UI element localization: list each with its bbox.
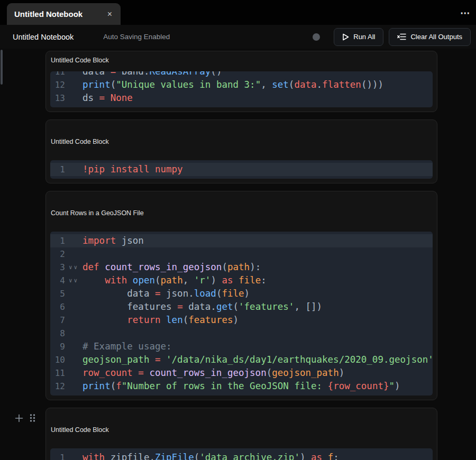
code-cell: Count Rows in a GeoJSON File1import json…: [45, 191, 437, 400]
fold-chevron-icon[interactable]: ∨∨: [65, 261, 83, 274]
code-line[interactable]: 1with zipfile.ZipFile('data_archive.zip'…: [50, 451, 433, 460]
code-line[interactable]: 5 data = json.load(file): [50, 287, 433, 300]
fold-gutter: [65, 91, 83, 105]
notebook-tab[interactable]: Untitled Notebook ×: [7, 3, 121, 25]
kernel-status-dot: [313, 33, 320, 41]
fold-gutter: [65, 353, 83, 366]
code-editor[interactable]: 1with zipfile.ZipFile('data_archive.zip'…: [50, 448, 433, 460]
code-text: with open(path, 'r') as file:: [83, 274, 267, 287]
fold-gutter: [65, 234, 83, 247]
cell-title[interactable]: Untitled Code Block: [51, 426, 433, 434]
overflow-menu-icon[interactable]: ⋯: [460, 6, 471, 19]
code-text: row_count = count_rows_in_geojson(geojso…: [83, 366, 344, 380]
line-number: 12: [50, 380, 65, 393]
drag-handle-icon[interactable]: [29, 413, 36, 422]
line-number: 6: [50, 300, 65, 314]
fold-gutter: [65, 71, 83, 78]
line-number: 3: [50, 261, 65, 274]
line-number: 5: [50, 287, 65, 300]
code-text: data = band.ReadAsArray(): [83, 71, 222, 78]
code-line[interactable]: 11row_count = count_rows_in_geojson(geoj…: [50, 366, 433, 380]
code-text: !pip install numpy: [83, 163, 183, 176]
fold-gutter: [65, 163, 83, 176]
fold-gutter: [65, 366, 83, 380]
cell-list: Untitled Code Block11data = band.ReadAsA…: [45, 51, 437, 460]
code-line[interactable]: 12print(f"Number of rows in the GeoJSON …: [50, 380, 433, 393]
code-line[interactable]: 1!pip install numpy: [50, 163, 433, 176]
close-icon[interactable]: ×: [105, 9, 114, 20]
toolbar: Untitled Notebook Auto Saving Enabled Ru…: [0, 25, 476, 49]
code-text: print("Unique values in band 3:", set(da…: [83, 78, 383, 91]
code-text: import json: [83, 234, 144, 247]
code-cell: Untitled Code Block11data = band.ReadAsA…: [45, 51, 437, 112]
code-editor[interactable]: 11data = band.ReadAsArray()12print("Uniq…: [50, 71, 433, 107]
code-cell: Untitled Code Block1!pip install numpy: [45, 119, 437, 183]
scrollbar-thumb[interactable]: [1, 50, 3, 85]
notebook-window: Untitled Notebook × ⋯ Untitled Notebook …: [0, 0, 476, 460]
fold-gutter: [65, 340, 83, 353]
run-all-label: Run All: [353, 33, 375, 41]
fold-gutter: [65, 78, 83, 91]
code-text: print(f"Number of rows in the GeoJSON fi…: [83, 380, 400, 393]
line-number: 13: [50, 91, 65, 105]
code-text: ds = None: [83, 91, 133, 105]
fold-gutter: [65, 287, 83, 300]
cell-title[interactable]: Untitled Code Block: [51, 57, 433, 64]
line-number: 1: [50, 234, 65, 247]
code-line[interactable]: 9# Example usage:: [50, 340, 433, 353]
clear-all-outputs-button[interactable]: Clear All Outputs: [389, 28, 471, 46]
code-editor[interactable]: 1import json23∨∨def count_rows_in_geojso…: [50, 232, 433, 395]
line-number: 10: [50, 353, 65, 366]
code-line[interactable]: 11data = band.ReadAsArray(): [50, 71, 433, 78]
code-line[interactable]: 10geojson_path = '/data/nika_ds/day1/ear…: [50, 353, 433, 366]
fold-gutter: [65, 300, 83, 314]
code-text: # Example usage:: [83, 340, 172, 353]
tab-bar: Untitled Notebook × ⋯: [0, 0, 476, 25]
autosave-status: Auto Saving Enabled: [103, 33, 170, 41]
line-number: 8: [50, 327, 65, 340]
code-line[interactable]: 4∨∨ with open(path, 'r') as file:: [50, 274, 433, 287]
line-number: 7: [50, 314, 65, 327]
code-line[interactable]: 12print("Unique values in band 3:", set(…: [50, 78, 433, 91]
run-all-button[interactable]: Run All: [334, 28, 383, 46]
code-text: geojson_path = '/data/nika_ds/day1/earth…: [83, 353, 433, 366]
clear-outputs-icon: [397, 33, 406, 41]
clipped-code-line: 11data = band.ReadAsArray(): [50, 71, 433, 78]
clear-all-label: Clear All Outputs: [410, 33, 462, 41]
notebook-title: Untitled Notebook: [13, 33, 74, 41]
line-number: 2: [50, 247, 65, 261]
code-text: data = json.load(file): [83, 287, 250, 300]
line-number: 1: [50, 451, 65, 460]
cell-title[interactable]: Untitled Code Block: [51, 138, 433, 145]
code-text: features = data.get('features', []): [83, 300, 322, 314]
block-controls: [15, 413, 36, 422]
notebook-canvas: Untitled Code Block11data = band.ReadAsA…: [0, 49, 476, 460]
line-number: 1: [50, 163, 65, 176]
play-icon: [342, 33, 349, 41]
fold-gutter: [65, 327, 83, 340]
code-line[interactable]: 8: [50, 327, 433, 340]
cell-title[interactable]: Count Rows in a GeoJSON File: [51, 209, 433, 217]
line-number: 9: [50, 340, 65, 353]
line-number: 4: [50, 274, 65, 287]
code-line[interactable]: 1import json: [50, 234, 433, 247]
code-line[interactable]: 2: [50, 247, 433, 261]
code-line[interactable]: 6 features = data.get('features', []): [50, 300, 433, 314]
code-editor[interactable]: 1!pip install numpy: [50, 160, 433, 179]
fold-gutter: [65, 247, 83, 261]
code-line[interactable]: 13ds = None: [50, 91, 433, 105]
fold-chevron-icon[interactable]: ∨∨: [65, 274, 83, 287]
fold-gutter: [65, 380, 83, 393]
fold-gutter: [65, 314, 83, 327]
code-text: def count_rows_in_geojson(path):: [83, 261, 261, 274]
code-line[interactable]: 7 return len(features): [50, 314, 433, 327]
line-number: 11: [50, 366, 65, 380]
code-text: return len(features): [83, 314, 239, 327]
add-block-button[interactable]: [15, 414, 23, 422]
code-line[interactable]: 3∨∨def count_rows_in_geojson(path):: [50, 261, 433, 274]
fold-gutter: [65, 451, 83, 460]
tab-title: Untitled Notebook: [14, 10, 83, 19]
line-number: 12: [50, 78, 65, 91]
code-cell: Untitled Code Block1with zipfile.ZipFile…: [45, 408, 437, 460]
code-text: with zipfile.ZipFile('data_archive.zip')…: [83, 451, 339, 460]
